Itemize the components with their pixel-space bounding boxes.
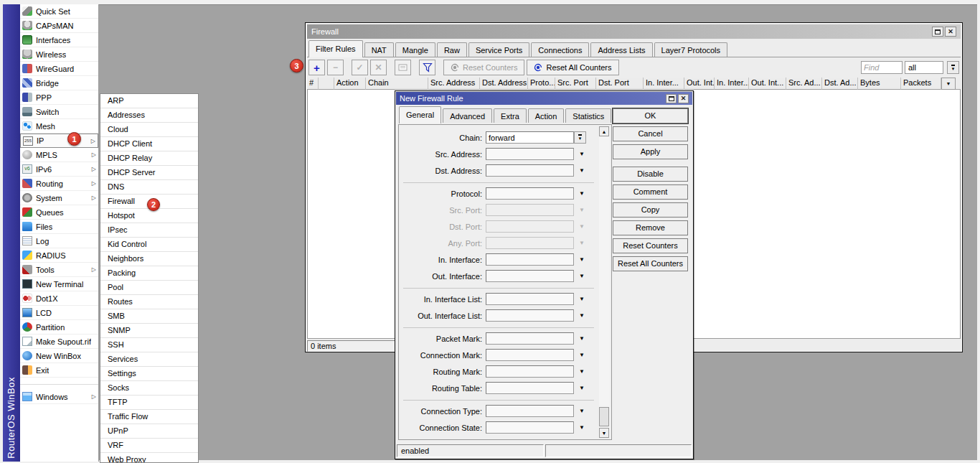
- field-input[interactable]: forward: [486, 131, 574, 144]
- field-input[interactable]: [486, 349, 574, 361]
- sidebar-item[interactable]: Interfaces: [20, 33, 98, 47]
- submenu-item[interactable]: Services: [100, 352, 198, 367]
- submenu-item[interactable]: ARP: [100, 94, 198, 108]
- dialog-button[interactable]: Reset All Counters: [613, 256, 688, 271]
- sidebar-item[interactable]: [20, 378, 98, 390]
- dialog-button[interactable]: Remove: [613, 220, 688, 235]
- submenu-item[interactable]: Socks: [100, 381, 198, 396]
- field-input[interactable]: [486, 421, 574, 434]
- add-rule-button[interactable]: +: [308, 60, 325, 75]
- remove-rule-button[interactable]: −: [327, 60, 344, 75]
- field-input[interactable]: [486, 253, 574, 266]
- dropdown-arrow-icon[interactable]: [579, 336, 585, 342]
- sidebar-item[interactable]: Mesh: [20, 119, 98, 134]
- sidebar-item[interactable]: Bridge: [20, 76, 98, 90]
- field-input[interactable]: [486, 405, 574, 417]
- dropdown-arrow-icon[interactable]: [579, 425, 585, 431]
- column-header[interactable]: Out. Int...: [684, 78, 715, 90]
- submenu-item[interactable]: DHCP Client: [100, 137, 198, 151]
- dropdown-arrow-icon[interactable]: [579, 273, 585, 279]
- dropdown-arrow-icon[interactable]: [579, 224, 585, 230]
- dialog-titlebar[interactable]: New Firewall Rule ✕: [396, 92, 692, 105]
- sidebar-item[interactable]: IPv6: [20, 162, 98, 177]
- submenu-item[interactable]: Packing: [100, 266, 198, 281]
- submenu-item[interactable]: Kid Control: [100, 238, 198, 252]
- dialog-tab[interactable]: Statistics: [565, 108, 611, 123]
- dialog-button[interactable]: Disable: [613, 167, 688, 182]
- submenu-item[interactable]: IPsec: [100, 223, 198, 238]
- dropdown-arrow-icon[interactable]: [579, 191, 585, 197]
- field-input[interactable]: [486, 365, 574, 378]
- dialog-close-button[interactable]: ✕: [678, 94, 689, 103]
- dialog-maximize-button[interactable]: [666, 94, 677, 103]
- dropdown-arrow-icon[interactable]: [579, 296, 585, 302]
- submenu-item[interactable]: VRF: [100, 439, 198, 453]
- sidebar-item[interactable]: Exit: [20, 363, 98, 378]
- find-input[interactable]: [861, 61, 903, 74]
- sidebar-item[interactable]: Routing: [20, 177, 98, 191]
- sidebar-item[interactable]: Wireless: [20, 47, 98, 62]
- field-input[interactable]: [486, 204, 574, 216]
- dropdown-arrow-icon[interactable]: [579, 385, 585, 391]
- field-input[interactable]: [486, 164, 574, 177]
- submenu-item[interactable]: SNMP: [100, 324, 198, 338]
- field-input[interactable]: [486, 293, 574, 305]
- column-header[interactable]: Dst. Port: [596, 78, 644, 90]
- sidebar-item[interactable]: Make Supout.rif: [20, 335, 98, 349]
- submenu-item[interactable]: TFTP: [100, 396, 198, 410]
- submenu-item[interactable]: Cloud: [100, 123, 198, 137]
- dropdown-arrow-icon[interactable]: [579, 207, 585, 213]
- column-header[interactable]: Src. Ad...: [786, 78, 822, 90]
- dropdown-arrow-icon[interactable]: [579, 408, 585, 414]
- submenu-item[interactable]: SMB: [100, 309, 198, 324]
- sidebar-item[interactable]: CAPsMAN: [20, 19, 98, 33]
- disable-rule-button[interactable]: ✕: [370, 60, 387, 75]
- dialog-tab[interactable]: Extra: [494, 108, 527, 123]
- column-header[interactable]: Action: [334, 78, 366, 90]
- field-input[interactable]: [486, 237, 574, 249]
- firewall-titlebar[interactable]: Firewall ✕: [307, 24, 961, 39]
- firewall-tab[interactable]: NAT: [364, 42, 394, 57]
- submenu-item[interactable]: Web Proxy: [100, 453, 198, 463]
- submenu-item[interactable]: UPnP: [100, 424, 198, 439]
- filter-scope-select[interactable]: all: [905, 61, 943, 74]
- submenu-item[interactable]: SSH: [100, 338, 198, 352]
- firewall-tab[interactable]: Filter Rules: [308, 40, 363, 57]
- close-button[interactable]: ✕: [945, 27, 956, 37]
- firewall-tab[interactable]: Address Lists: [590, 42, 652, 57]
- sidebar-item[interactable]: MPLS: [20, 148, 98, 162]
- column-settings-button[interactable]: [941, 78, 956, 90]
- column-header[interactable]: Dst. Address: [480, 78, 528, 90]
- filter-button[interactable]: [419, 60, 435, 75]
- dropdown-arrow-icon[interactable]: [579, 151, 585, 157]
- field-input[interactable]: [486, 148, 574, 160]
- dropdown-arrow-icon[interactable]: [579, 168, 585, 174]
- submenu-item[interactable]: Settings: [100, 367, 198, 381]
- field-input[interactable]: [486, 270, 574, 282]
- sidebar-item[interactable]: Log: [20, 234, 98, 248]
- firewall-tab[interactable]: Layer7 Protocols: [654, 42, 728, 57]
- dialog-button[interactable]: Apply: [613, 144, 688, 159]
- comment-rule-button[interactable]: [395, 60, 411, 75]
- field-input[interactable]: [486, 382, 574, 394]
- maximize-button[interactable]: [932, 27, 943, 37]
- dropdown-arrow-icon[interactable]: [579, 352, 585, 358]
- dialog-tab[interactable]: Action: [528, 108, 565, 123]
- submenu-item[interactable]: Pool: [100, 281, 198, 295]
- column-header[interactable]: Bytes: [858, 78, 901, 90]
- dialog-tab[interactable]: Advanced: [443, 108, 492, 123]
- field-input[interactable]: [486, 309, 574, 322]
- firewall-tab[interactable]: Service Ports: [468, 42, 529, 57]
- sidebar-item[interactable]: RADIUS: [20, 248, 98, 263]
- dropdown-arrow-icon[interactable]: [579, 240, 585, 246]
- submenu-item[interactable]: DHCP Server: [100, 166, 198, 180]
- column-header[interactable]: Src. Port: [555, 78, 596, 90]
- firewall-tab[interactable]: Connections: [531, 42, 589, 57]
- submenu-item[interactable]: DHCP Relay: [100, 151, 198, 166]
- column-header[interactable]: In. Inter...: [715, 78, 749, 90]
- dialog-button[interactable]: OK: [613, 108, 688, 123]
- dropdown-arrow-icon[interactable]: [579, 257, 585, 263]
- scroll-up-icon[interactable]: [599, 126, 609, 136]
- column-header[interactable]: Src. Address: [428, 78, 480, 90]
- column-header[interactable]: [319, 78, 334, 90]
